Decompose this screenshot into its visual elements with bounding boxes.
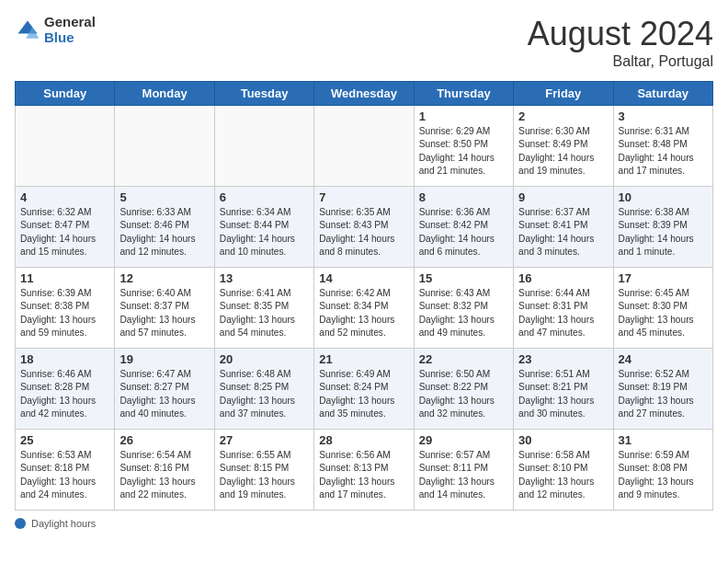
footer-dot-icon <box>15 518 26 529</box>
day-info: Sunrise: 6:34 AMSunset: 8:44 PMDaylight:… <box>220 206 309 259</box>
calendar-cell: 2Sunrise: 6:30 AMSunset: 8:49 PMDaylight… <box>514 106 613 187</box>
day-number: 30 <box>518 433 608 447</box>
day-number: 22 <box>419 352 508 366</box>
day-number: 27 <box>220 433 309 447</box>
day-info: Sunrise: 6:42 AMSunset: 8:34 PMDaylight:… <box>319 287 408 339</box>
calendar-cell: 21Sunrise: 6:49 AMSunset: 8:24 PMDayligh… <box>314 349 414 430</box>
day-info: Sunrise: 6:39 AMSunset: 8:38 PMDaylight:… <box>20 287 109 339</box>
calendar-cell <box>314 106 414 187</box>
calendar-table: SundayMondayTuesdayWednesdayThursdayFrid… <box>15 81 713 511</box>
calendar-cell: 19Sunrise: 6:47 AMSunset: 8:27 PMDayligh… <box>115 349 214 430</box>
day-number: 10 <box>619 190 708 204</box>
day-info: Sunrise: 6:57 AMSunset: 8:11 PMDaylight:… <box>419 449 508 501</box>
calendar-cell: 3Sunrise: 6:31 AMSunset: 8:48 PMDaylight… <box>613 106 712 187</box>
day-number: 6 <box>220 190 309 204</box>
day-info: Sunrise: 6:54 AMSunset: 8:16 PMDaylight:… <box>119 449 209 501</box>
day-info: Sunrise: 6:41 AMSunset: 8:35 PMDaylight:… <box>220 287 309 339</box>
day-number: 25 <box>20 433 109 447</box>
day-number: 11 <box>20 271 109 285</box>
day-number: 8 <box>419 190 508 204</box>
calendar-week-row: 4Sunrise: 6:32 AMSunset: 8:47 PMDaylight… <box>16 187 713 268</box>
day-info: Sunrise: 6:40 AMSunset: 8:37 PMDaylight:… <box>119 287 209 339</box>
calendar-cell: 27Sunrise: 6:55 AMSunset: 8:15 PMDayligh… <box>214 430 313 511</box>
weekday-header: Thursday <box>414 82 513 106</box>
weekday-header: Saturday <box>613 82 712 106</box>
day-info: Sunrise: 6:58 AMSunset: 8:10 PMDaylight:… <box>518 449 608 501</box>
calendar-cell: 24Sunrise: 6:52 AMSunset: 8:19 PMDayligh… <box>613 349 712 430</box>
day-number: 5 <box>119 190 209 204</box>
day-info: Sunrise: 6:30 AMSunset: 8:49 PMDaylight:… <box>518 125 608 178</box>
calendar-header-row: SundayMondayTuesdayWednesdayThursdayFrid… <box>16 82 713 106</box>
calendar-cell: 22Sunrise: 6:50 AMSunset: 8:22 PMDayligh… <box>414 349 513 430</box>
day-info: Sunrise: 6:31 AMSunset: 8:48 PMDaylight:… <box>619 125 708 178</box>
calendar-cell <box>214 106 313 187</box>
day-info: Sunrise: 6:51 AMSunset: 8:21 PMDaylight:… <box>518 368 608 420</box>
day-info: Sunrise: 6:38 AMSunset: 8:39 PMDaylight:… <box>619 206 708 259</box>
day-info: Sunrise: 6:37 AMSunset: 8:41 PMDaylight:… <box>518 206 608 259</box>
day-number: 31 <box>619 433 708 447</box>
weekday-header: Monday <box>115 82 214 106</box>
day-number: 2 <box>518 109 608 123</box>
day-info: Sunrise: 6:53 AMSunset: 8:18 PMDaylight:… <box>20 449 109 501</box>
calendar-cell: 6Sunrise: 6:34 AMSunset: 8:44 PMDaylight… <box>214 187 313 268</box>
calendar-cell: 5Sunrise: 6:33 AMSunset: 8:46 PMDaylight… <box>115 187 214 268</box>
calendar-cell: 8Sunrise: 6:36 AMSunset: 8:42 PMDaylight… <box>414 187 513 268</box>
day-info: Sunrise: 6:32 AMSunset: 8:47 PMDaylight:… <box>20 206 109 259</box>
logo-blue: Blue <box>44 30 96 46</box>
day-number: 15 <box>419 271 508 285</box>
day-number: 18 <box>20 352 109 366</box>
logo: General Blue <box>15 15 96 45</box>
day-info: Sunrise: 6:59 AMSunset: 8:08 PMDaylight:… <box>619 449 708 501</box>
calendar-cell: 12Sunrise: 6:40 AMSunset: 8:37 PMDayligh… <box>115 268 214 349</box>
calendar-cell: 11Sunrise: 6:39 AMSunset: 8:38 PMDayligh… <box>16 268 115 349</box>
calendar-cell <box>16 106 115 187</box>
day-info: Sunrise: 6:55 AMSunset: 8:15 PMDaylight:… <box>220 449 309 501</box>
logo-text: General Blue <box>44 15 96 45</box>
day-info: Sunrise: 6:45 AMSunset: 8:30 PMDaylight:… <box>619 287 708 339</box>
day-info: Sunrise: 6:35 AMSunset: 8:43 PMDaylight:… <box>319 206 408 259</box>
calendar-cell: 9Sunrise: 6:37 AMSunset: 8:41 PMDaylight… <box>514 187 613 268</box>
day-info: Sunrise: 6:29 AMSunset: 8:50 PMDaylight:… <box>419 125 508 178</box>
day-number: 17 <box>619 271 708 285</box>
weekday-header: Sunday <box>16 82 115 106</box>
calendar-cell: 16Sunrise: 6:44 AMSunset: 8:31 PMDayligh… <box>514 268 613 349</box>
calendar-cell: 7Sunrise: 6:35 AMSunset: 8:43 PMDaylight… <box>314 187 414 268</box>
day-number: 20 <box>220 352 309 366</box>
day-number: 9 <box>518 190 608 204</box>
calendar-week-row: 1Sunrise: 6:29 AMSunset: 8:50 PMDaylight… <box>16 106 713 187</box>
weekday-header: Tuesday <box>214 82 313 106</box>
day-info: Sunrise: 6:56 AMSunset: 8:13 PMDaylight:… <box>319 449 408 501</box>
calendar-week-row: 18Sunrise: 6:46 AMSunset: 8:28 PMDayligh… <box>16 349 713 430</box>
day-number: 1 <box>419 109 508 123</box>
page-header: General Blue August 2024 Baltar, Portuga… <box>15 15 713 70</box>
calendar-cell: 29Sunrise: 6:57 AMSunset: 8:11 PMDayligh… <box>414 430 513 511</box>
calendar-cell: 25Sunrise: 6:53 AMSunset: 8:18 PMDayligh… <box>16 430 115 511</box>
day-info: Sunrise: 6:47 AMSunset: 8:27 PMDaylight:… <box>119 368 209 420</box>
calendar-week-row: 11Sunrise: 6:39 AMSunset: 8:38 PMDayligh… <box>16 268 713 349</box>
day-number: 3 <box>619 109 708 123</box>
calendar-cell: 1Sunrise: 6:29 AMSunset: 8:50 PMDaylight… <box>414 106 513 187</box>
day-number: 21 <box>319 352 408 366</box>
day-number: 24 <box>619 352 708 366</box>
day-number: 19 <box>119 352 209 366</box>
calendar-cell: 30Sunrise: 6:58 AMSunset: 8:10 PMDayligh… <box>514 430 613 511</box>
calendar-footer: Daylight hours <box>15 518 713 529</box>
location: Baltar, Portugal <box>528 53 713 70</box>
calendar-cell: 14Sunrise: 6:42 AMSunset: 8:34 PMDayligh… <box>314 268 414 349</box>
title-block: August 2024 Baltar, Portugal <box>528 15 713 70</box>
calendar-cell: 4Sunrise: 6:32 AMSunset: 8:47 PMDaylight… <box>16 187 115 268</box>
day-number: 12 <box>119 271 209 285</box>
day-info: Sunrise: 6:33 AMSunset: 8:46 PMDaylight:… <box>119 206 209 259</box>
weekday-header: Friday <box>514 82 613 106</box>
day-number: 13 <box>220 271 309 285</box>
logo-general: General <box>44 15 96 30</box>
day-info: Sunrise: 6:52 AMSunset: 8:19 PMDaylight:… <box>619 368 708 420</box>
day-info: Sunrise: 6:48 AMSunset: 8:25 PMDaylight:… <box>220 368 309 420</box>
calendar-cell: 28Sunrise: 6:56 AMSunset: 8:13 PMDayligh… <box>314 430 414 511</box>
calendar-cell: 17Sunrise: 6:45 AMSunset: 8:30 PMDayligh… <box>613 268 712 349</box>
day-number: 4 <box>20 190 109 204</box>
calendar-week-row: 25Sunrise: 6:53 AMSunset: 8:18 PMDayligh… <box>16 430 713 511</box>
weekday-header: Wednesday <box>314 82 414 106</box>
calendar-cell: 15Sunrise: 6:43 AMSunset: 8:32 PMDayligh… <box>414 268 513 349</box>
calendar-cell: 13Sunrise: 6:41 AMSunset: 8:35 PMDayligh… <box>214 268 313 349</box>
